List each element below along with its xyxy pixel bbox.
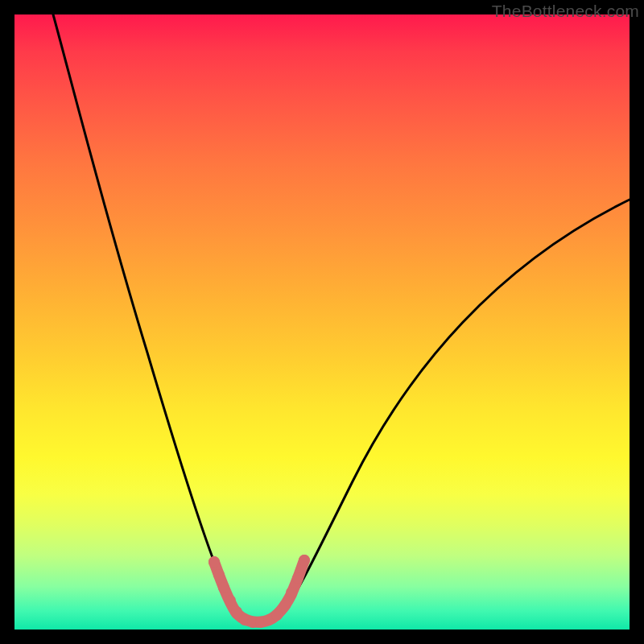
svg-point-12 [292,572,303,584]
svg-point-9 [271,609,283,621]
svg-point-13 [299,555,310,566]
bottleneck-curve-svg [14,14,630,630]
svg-point-3 [225,595,236,606]
svg-point-1 [213,569,225,580]
svg-point-2 [218,582,229,593]
svg-point-4 [231,606,242,617]
svg-point-0 [208,556,220,568]
watermark-text: TheBottleneck.com [492,2,639,21]
svg-point-10 [279,600,291,611]
highlight-markers [208,555,310,628]
svg-point-11 [286,587,297,598]
chart-frame [14,14,630,630]
bottleneck-curve-line [53,14,630,621]
